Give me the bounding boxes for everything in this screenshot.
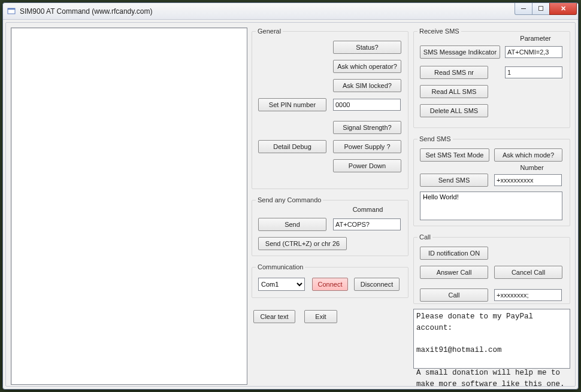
maximize-button[interactable] — [532, 3, 550, 15]
signal-strength-button[interactable]: Signal Strength? — [333, 121, 401, 134]
answer-call-button[interactable]: Answer Call — [420, 266, 488, 279]
power-supply-button[interactable]: Power Supply ? — [333, 140, 401, 153]
sms-indicator-button[interactable]: SMS Message Indikcator — [420, 45, 500, 59]
send-sms-button[interactable]: Send SMS — [420, 174, 488, 187]
close-button[interactable]: ✕ — [549, 3, 577, 15]
ask-operator-button[interactable]: Ask which operator? — [333, 60, 401, 73]
app-icon — [7, 7, 16, 16]
parameter-input[interactable] — [505, 46, 562, 58]
titlebar: SIM900 AT Command (www.rfcandy.com) ✕ — [3, 3, 578, 20]
donate-text: Please donate to my PayPal account: maxi… — [413, 309, 570, 369]
sms-number-input[interactable] — [494, 174, 562, 186]
minimize-button[interactable] — [515, 3, 532, 15]
group-communication: Communication Com1 Connect Disconnect — [252, 263, 408, 298]
group-call: Call ID notification ON Answer Call Canc… — [413, 233, 570, 304]
read-all-sms-button[interactable]: Read ALL SMS — [420, 85, 488, 98]
ask-which-mode-button[interactable]: Ask which mode? — [494, 148, 562, 162]
status-button[interactable]: Status? — [333, 41, 401, 54]
parameter-label: Parameter — [509, 35, 562, 42]
exit-button[interactable]: Exit — [304, 310, 337, 323]
detail-debug-button[interactable]: Detail Debug — [258, 140, 326, 153]
command-input[interactable] — [333, 218, 401, 230]
group-receive-sms: Receive SMS Parameter SMS Message Indikc… — [413, 28, 570, 128]
id-notification-button[interactable]: ID notification ON — [420, 247, 488, 260]
call-number-input[interactable] — [494, 289, 562, 301]
delete-all-sms-button[interactable]: Delete ALL SMS — [420, 104, 488, 117]
client-area: General Status? Ask which operator? Ask … — [5, 22, 576, 387]
pin-input[interactable] — [333, 99, 401, 111]
read-sms-nr-input[interactable] — [505, 66, 562, 78]
number-label: Number — [505, 164, 559, 171]
com-port-select[interactable]: Com1 — [258, 278, 305, 291]
group-general: General Status? Ask which operator? Ask … — [252, 28, 408, 189]
connect-button[interactable]: Connect — [312, 278, 348, 291]
cancel-call-button[interactable]: Cancel Call — [494, 266, 562, 279]
power-down-button[interactable]: Power Down — [333, 159, 401, 172]
sms-message-textarea[interactable]: Hello World! — [420, 192, 562, 220]
group-general-legend: General — [256, 28, 283, 35]
svg-rect-1 — [8, 8, 15, 10]
set-pin-button[interactable]: Set PIN number — [258, 98, 326, 111]
command-label: Command — [341, 206, 395, 213]
send-ctrlz-button[interactable]: Send (CTRL+Z) or chr 26 — [258, 237, 347, 250]
group-send-any-legend: Send any Commando — [256, 196, 323, 203]
ask-sim-locked-button[interactable]: Ask SIM locked? — [333, 79, 401, 92]
app-window: SIM900 AT Command (www.rfcandy.com) ✕ Ge… — [2, 2, 579, 390]
output-textarea[interactable] — [11, 28, 247, 385]
group-call-legend: Call — [417, 233, 432, 241]
clear-text-button[interactable]: Clear text — [253, 310, 295, 323]
disconnect-button[interactable]: Disconnect — [354, 278, 400, 291]
group-send-any: Send any Commando Command Send Send (CTR… — [252, 196, 408, 256]
group-communication-legend: Communication — [256, 263, 305, 271]
group-send-sms-legend: Send SMS — [417, 135, 453, 142]
read-sms-nr-button[interactable]: Read SMS nr — [420, 66, 488, 79]
call-button[interactable]: Call — [420, 288, 488, 302]
set-sms-text-mode-button[interactable]: Set SMS Text Mode — [420, 148, 489, 162]
group-receive-sms-legend: Receive SMS — [417, 28, 461, 35]
send-button[interactable]: Send — [258, 218, 326, 231]
group-send-sms: Send SMS Set SMS Text Mode Ask which mod… — [413, 135, 570, 226]
window-title: SIM900 AT Command (www.rfcandy.com) — [20, 7, 515, 16]
